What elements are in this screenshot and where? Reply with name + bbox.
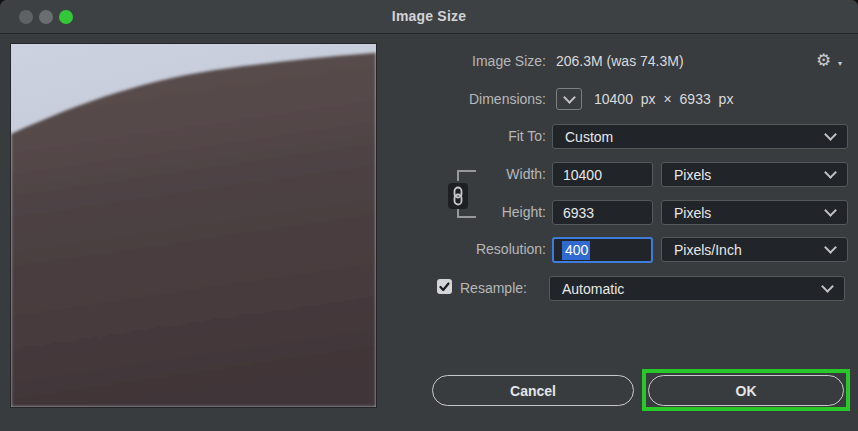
dropdown-arrow-icon: ▾ <box>838 59 842 68</box>
width-value: 10400 <box>563 167 602 183</box>
cancel-button-label: Cancel <box>510 383 556 399</box>
cancel-button[interactable]: Cancel <box>432 375 634 406</box>
gear-icon: ⚙ <box>816 51 831 70</box>
checkmark-icon <box>439 282 450 292</box>
chevron-down-icon <box>821 280 834 293</box>
resolution-unit-value: Pixels/Inch <box>674 242 742 258</box>
chevron-down-icon <box>824 204 837 217</box>
resolution-value: 400 <box>562 241 590 260</box>
dimensions-label: Dimensions: <box>350 87 546 112</box>
ok-button[interactable]: OK <box>648 375 844 406</box>
height-value: 6933 <box>563 205 594 221</box>
ok-button-label: OK <box>736 383 757 399</box>
height-input[interactable]: 6933 <box>552 200 653 225</box>
preview-image <box>11 44 376 407</box>
resample-label: Resample: <box>460 276 527 301</box>
image-size-value: 206.3M (was 74.3M) <box>556 49 684 74</box>
settings-menu-button[interactable]: ⚙ ▾ <box>816 50 846 72</box>
resolution-unit-select[interactable]: Pixels/Inch <box>661 237 848 262</box>
height-unit-select[interactable]: Pixels <box>661 200 848 225</box>
width-unit-select[interactable]: Pixels <box>661 162 848 187</box>
fit-to-select[interactable]: Custom <box>552 124 848 149</box>
width-unit-value: Pixels <box>674 167 711 183</box>
window-title: Image Size <box>0 0 858 33</box>
resample-checkbox[interactable] <box>437 279 452 294</box>
image-size-label: Image Size: <box>350 49 546 74</box>
fit-to-value: Custom <box>565 129 613 145</box>
image-size-dialog: Image Size Image Size: 206.3M (was 74.3M… <box>0 0 858 431</box>
fit-to-label: Fit To: <box>350 124 546 149</box>
chevron-down-icon <box>824 241 837 254</box>
width-label: Width: <box>350 162 546 187</box>
resample-select[interactable]: Automatic <box>549 276 845 301</box>
chevron-down-icon <box>563 91 576 104</box>
resolution-label: Resolution: <box>350 237 546 262</box>
width-input[interactable]: 10400 <box>552 162 653 187</box>
height-unit-value: Pixels <box>674 205 711 221</box>
image-preview[interactable] <box>10 43 377 408</box>
height-label: Height: <box>350 200 546 225</box>
dimensions-dropdown-toggle[interactable] <box>556 88 582 110</box>
chevron-down-icon <box>824 128 837 141</box>
chevron-down-icon <box>824 166 837 179</box>
dimensions-value: 10400 px × 6933 px <box>594 87 733 112</box>
resample-value: Automatic <box>562 281 624 297</box>
resolution-input[interactable]: 400 <box>552 237 653 263</box>
title-bar: Image Size <box>0 0 858 34</box>
